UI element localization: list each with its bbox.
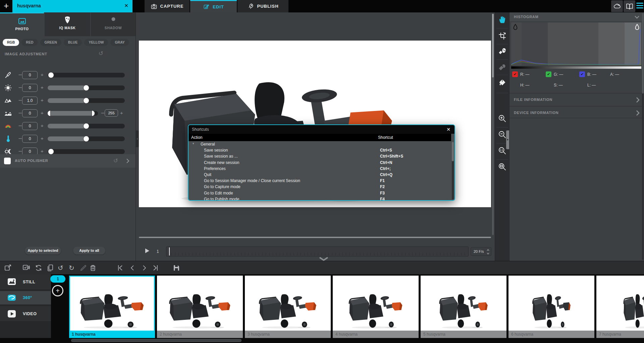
tab-edit[interactable]: EDIT	[190, 0, 237, 12]
undo-button[interactable]: ↺	[58, 264, 66, 272]
apply-to-selected-button[interactable]: Apply to selected	[25, 247, 61, 254]
export-still-button[interactable]	[4, 264, 12, 272]
channel-blue[interactable]: BLUE	[64, 39, 82, 46]
brightness-slider[interactable]	[48, 85, 125, 90]
increment-button[interactable]: +	[41, 123, 44, 128]
zoom-out-button[interactable]	[498, 130, 507, 139]
right-panel-scrollbar[interactable]	[642, 13, 644, 260]
brightness-value[interactable]: 0	[22, 84, 38, 92]
contrast-value[interactable]: 1.0	[22, 97, 38, 105]
file-information-section[interactable]: FILE INFORMATION	[509, 93, 644, 105]
play-button[interactable]	[145, 248, 150, 253]
temperature-slider[interactable]	[48, 136, 125, 141]
fps-spinner[interactable]: 20 F/s	[471, 247, 491, 256]
channel-red[interactable]: RED	[21, 39, 38, 46]
cloud-sync-button[interactable]	[611, 0, 623, 12]
mask-brush-button[interactable]	[498, 47, 507, 56]
next-frame-button[interactable]	[140, 264, 148, 272]
fill-tool-button[interactable]	[498, 78, 507, 87]
green-channel-checkbox[interactable]: ✔	[546, 71, 551, 77]
thumbnail-2[interactable]: 2 husqvarna	[157, 276, 243, 338]
crop-rotate-button[interactable]	[498, 32, 507, 41]
decrement-button[interactable]: −	[18, 110, 22, 116]
reset-adjustments-icon[interactable]: ↺	[99, 50, 103, 57]
dialog-close-icon[interactable]: ✕	[446, 127, 450, 132]
increment-button[interactable]: +	[41, 148, 44, 154]
histogram-header[interactable]: HISTOGRAM	[509, 12, 644, 21]
blue-channel-checkbox[interactable]: ✔	[579, 71, 585, 77]
decrement-button[interactable]: −	[18, 123, 22, 129]
day-night-slider[interactable]	[48, 149, 125, 154]
zoom-in-button[interactable]	[498, 114, 507, 123]
increment-button[interactable]: +	[41, 84, 44, 90]
menu-icon[interactable]	[636, 3, 643, 8]
timeline-playhead[interactable]	[169, 247, 170, 255]
delete-button[interactable]	[89, 264, 97, 272]
filmstrip-scrollbar[interactable]	[71, 339, 241, 342]
collapse-timeline-handle[interactable]	[317, 257, 330, 261]
increment-button[interactable]: +	[41, 135, 44, 141]
tab-iq-mask[interactable]: IQ MASK	[45, 12, 90, 36]
tab-photo[interactable]: PHOTO	[0, 12, 44, 36]
mode-still[interactable]: STILL	[0, 274, 51, 289]
tab-publish[interactable]: PUBLISH	[237, 0, 288, 12]
dialog-title-bar[interactable]: Shortcuts ✕	[189, 125, 454, 134]
pan-tool-button[interactable]	[498, 15, 507, 24]
red-channel-checkbox[interactable]: ✔	[512, 71, 518, 77]
thumbnail-5[interactable]: 5 husqvarna	[421, 276, 506, 338]
auto-polisher-expand-icon[interactable]	[126, 158, 129, 164]
white-balance-value[interactable]: 0	[22, 71, 38, 79]
increment-button[interactable]: +	[41, 110, 44, 116]
previous-frame-button[interactable]	[128, 264, 137, 272]
last-frame-button[interactable]	[152, 264, 160, 272]
tab-shadow[interactable]: SHADOW	[91, 12, 136, 36]
collapse-left-panel-handle[interactable]: ‹	[136, 130, 139, 147]
increment-button[interactable]: +	[41, 97, 44, 103]
channel-yellow[interactable]: YELLOW	[84, 39, 108, 46]
collapse-group-icon[interactable]: ▾	[193, 142, 194, 145]
manual-button[interactable]	[624, 0, 635, 12]
levels-high-value[interactable]: 255	[105, 109, 118, 117]
contrast-slider[interactable]	[48, 98, 125, 103]
close-session-icon[interactable]: ✕	[124, 3, 128, 9]
zoom-fit-button[interactable]	[498, 162, 507, 171]
increment-button[interactable]: +	[41, 72, 44, 77]
tab-capture[interactable]: CAPTURE	[145, 0, 190, 12]
edit-name-button[interactable]	[79, 264, 87, 272]
canvas-vertical-scrollbar[interactable]	[492, 14, 494, 235]
mode-video[interactable]: VIDEO	[0, 306, 51, 321]
temperature-value[interactable]: 0	[22, 135, 38, 143]
apply-to-all-button[interactable]: Apply to all	[73, 247, 105, 254]
shortcut-group-row[interactable]: ▾General	[189, 141, 454, 147]
increment-button[interactable]: +	[120, 110, 123, 116]
save-button[interactable]	[172, 264, 180, 272]
thumbnail-6[interactable]: 6 husqvarna	[508, 276, 594, 338]
thumbnail-1[interactable]: 1 husqvarna	[69, 276, 155, 338]
eraser-button[interactable]	[498, 62, 507, 71]
white-balance-slider[interactable]	[48, 73, 125, 77]
device-information-section[interactable]: DEVICE INFORMATION	[509, 106, 644, 118]
auto-polisher-reset-icon[interactable]: ↺	[113, 157, 118, 164]
shadow-clip-droplet-icon[interactable]	[513, 24, 518, 31]
histogram-plot[interactable]	[511, 22, 641, 65]
levels-low-value[interactable]: 0	[22, 109, 38, 117]
decrement-button[interactable]: −	[18, 97, 22, 103]
decrement-button[interactable]: −	[18, 148, 22, 154]
decrement-button[interactable]: −	[18, 84, 22, 91]
channel-gray[interactable]: GRAY	[110, 39, 129, 46]
thumbnail-4[interactable]: 4 husqvarna	[333, 276, 419, 338]
new-session-button[interactable]: +	[0, 0, 12, 12]
channel-rgb[interactable]: RGB	[3, 39, 19, 46]
sync-edits-button[interactable]	[35, 264, 43, 272]
group-count-badge[interactable]: 1	[50, 275, 65, 283]
fps-stepper-icons[interactable]	[486, 248, 490, 255]
decrement-button[interactable]: −	[18, 135, 22, 141]
redo-button[interactable]: ↻	[69, 264, 77, 272]
saturation-value[interactable]: 0	[22, 122, 38, 130]
decrement-button[interactable]: −	[18, 72, 22, 78]
timeline-track[interactable]	[166, 246, 469, 256]
first-frame-button[interactable]	[116, 264, 124, 272]
chevron-down-icon[interactable]	[634, 15, 640, 19]
auto-polisher-checkbox[interactable]	[4, 158, 11, 164]
duplicate-button[interactable]	[46, 264, 54, 272]
